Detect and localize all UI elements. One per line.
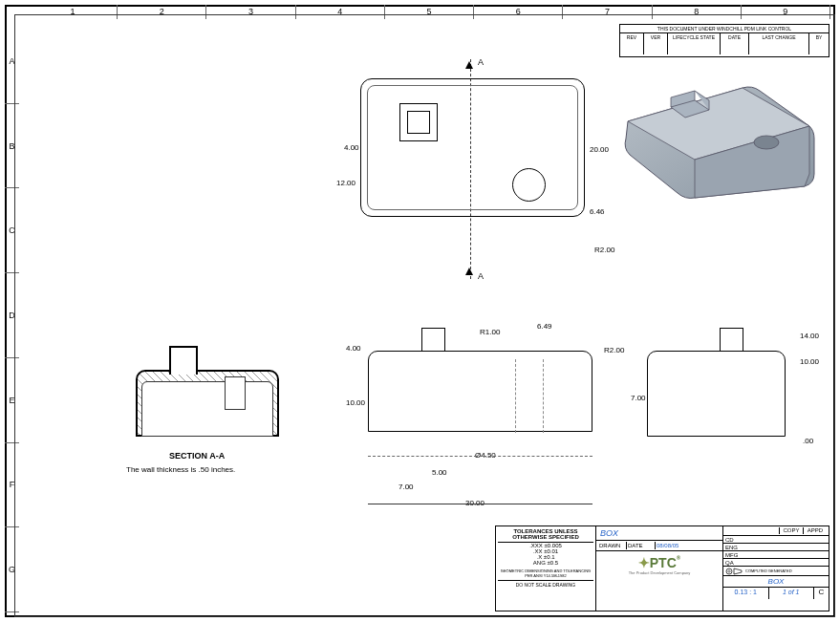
dim-12: 12.00	[336, 179, 355, 187]
rev-col-ver: VER	[644, 33, 668, 54]
scale-value: 0.13 : 1	[723, 588, 769, 599]
side-view	[647, 351, 786, 437]
title-column: BOX DRAWN DATE 08/08/05 ✦PTC® The Produc…	[596, 526, 723, 611]
wall-thickness-note: The wall thickness is .50 inches.	[126, 465, 235, 474]
side-boss	[720, 328, 743, 352]
cut-label-a-bottom: A	[478, 271, 484, 281]
drawn-label: DRAWN	[598, 542, 627, 549]
title-block: TOLERANCES UNLESS OTHERWISE SPECIFIED .X…	[495, 525, 829, 611]
hole-top	[512, 168, 546, 202]
projection-icon	[725, 568, 743, 575]
drawing-area: THIS DOCUMENT UNDER WINDCHILL PDM LINK C…	[21, 21, 832, 614]
rev-col-by: BY	[809, 33, 829, 54]
ptc-logo: ✦PTC® The Product Development Company	[596, 551, 722, 579]
dim-6.49: 6.49	[537, 322, 552, 331]
rev-col-state: LIFECYCLE STATE	[668, 33, 721, 54]
dim-4-front: 4.00	[346, 344, 361, 353]
section-cavity	[141, 381, 273, 437]
dim-r1: R1.00	[480, 328, 500, 336]
svg-point-2	[728, 569, 730, 571]
dim-line-30	[368, 504, 592, 504]
svg-point-0	[754, 136, 779, 149]
revision-block: THIS DOCUMENT UNDER WINDCHILL PDM LINK C…	[619, 24, 829, 57]
approval-column: COPYAPPD CD ENG MFG QA COMPUTED GENERATE…	[723, 526, 829, 611]
copy-label: COPY	[779, 527, 803, 534]
ptc-text: PTC	[650, 555, 677, 570]
eng-label: ENG	[725, 545, 738, 550]
arrow-up-icon-2	[465, 268, 473, 275]
qa-label: QA	[725, 560, 734, 566]
front-view	[368, 351, 592, 432]
dim-5: 5.00	[432, 468, 447, 477]
hidden-hole-lines	[515, 359, 544, 433]
dim-0: .00	[803, 437, 813, 445]
front-boss	[421, 328, 445, 352]
appd-label: APPD	[803, 527, 827, 534]
sheet-size: C	[814, 588, 829, 599]
centerline-1	[368, 456, 592, 457]
dim-20: 20.00	[590, 145, 609, 154]
dim-7-side: 7.00	[631, 394, 646, 402]
rev-header: THIS DOCUMENT UNDER WINDCHILL PDM LINK C…	[620, 25, 829, 33]
drawing-title: BOX	[596, 526, 722, 541]
top-view	[360, 78, 585, 217]
cd-label: CD	[725, 537, 734, 543]
rev-col-change: LAST CHANGE	[749, 33, 809, 54]
date-value: 08/08/05	[656, 542, 679, 549]
date-label: DATE	[627, 542, 656, 549]
isometric-view	[618, 64, 819, 203]
tolerances-column: TOLERANCES UNLESS OTHERWISE SPECIFIED .X…	[496, 526, 596, 611]
computer-gen: COMPUTED GENERATED	[745, 568, 792, 573]
dim-10-side: 10.00	[800, 357, 819, 366]
section-boss	[169, 346, 198, 375]
rev-col-rev: REV	[620, 33, 644, 54]
square-boss-top	[399, 103, 438, 141]
dim-boss-4: 4.00	[344, 143, 359, 152]
gdt-note: GEOMETRIC DIMENSIONING AND TOLERANCING P…	[498, 568, 593, 578]
square-boss-inner	[407, 111, 430, 134]
dim-7: 7.00	[398, 483, 414, 491]
mfg-label: MFG	[725, 552, 738, 558]
sheet-value: 1 of 1	[769, 588, 815, 599]
tol-header: TOLERANCES UNLESS OTHERWISE SPECIFIED	[498, 528, 593, 543]
cut-label-a-top: A	[478, 57, 484, 67]
section-label: SECTION A-A	[169, 451, 225, 461]
dim-6.46: 6.46	[590, 207, 605, 216]
dim-r2-front: R2.00	[604, 346, 624, 354]
dim-14: 14.00	[800, 332, 819, 340]
title-repeat: BOX	[723, 576, 829, 588]
tol-4: ANG ±0.5	[498, 560, 593, 566]
section-hole-wall	[225, 376, 246, 410]
no-scale: DO NOT SCALE DRAWING	[498, 580, 593, 588]
rev-col-date: DATE	[721, 33, 749, 54]
svg-point-1	[726, 568, 732, 574]
ptc-tagline: The Product Development Company	[600, 570, 719, 575]
dim-10-front: 10.00	[346, 398, 365, 407]
dim-r2-top: R2.00	[594, 246, 614, 254]
arrow-up-icon	[465, 61, 473, 69]
section-view	[136, 346, 279, 437]
